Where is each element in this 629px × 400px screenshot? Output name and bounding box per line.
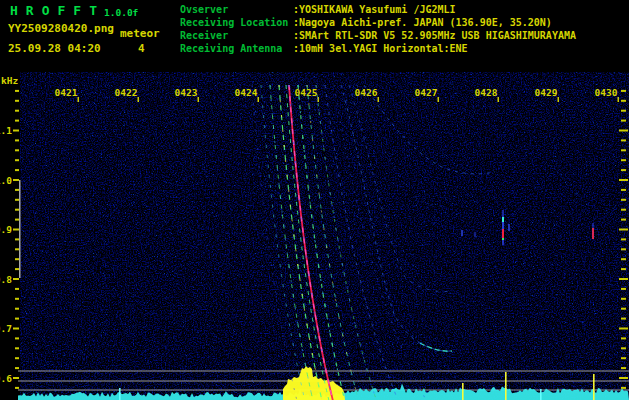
x-tick-label: 0430	[595, 87, 618, 98]
y-tick-label: 1.1	[0, 125, 12, 136]
reference-line-upper	[18, 371, 629, 372]
y-tick-label: 0.7	[0, 323, 12, 334]
spectrogram-noise-speckles	[20, 72, 629, 400]
x-tick-label: 0424	[235, 87, 258, 98]
y-tick-label: 0.6	[0, 373, 12, 384]
khz-unit-label: kHz	[1, 75, 18, 86]
x-tick-label: 0423	[175, 87, 198, 98]
y-tick-label: 0.9	[0, 224, 12, 235]
y-tick-label: 1.0	[0, 175, 12, 186]
spectrogram-plot: 1.11.00.90.80.70.60421042204230424042504…	[0, 0, 629, 400]
x-tick-label: 0426	[355, 87, 378, 98]
x-tick-label: 0428	[475, 87, 498, 98]
x-tick-label: 0429	[535, 87, 558, 98]
hrofft-window: HROFFT 1.0.0f YY2509280420.png meteor 25…	[0, 0, 629, 400]
x-tick-label: 0427	[415, 87, 438, 98]
echo-band-marker-line	[19, 180, 21, 278]
y-tick-label: 0.8	[0, 274, 12, 285]
x-tick-label: 0422	[115, 87, 138, 98]
x-tick-label: 0421	[55, 87, 78, 98]
